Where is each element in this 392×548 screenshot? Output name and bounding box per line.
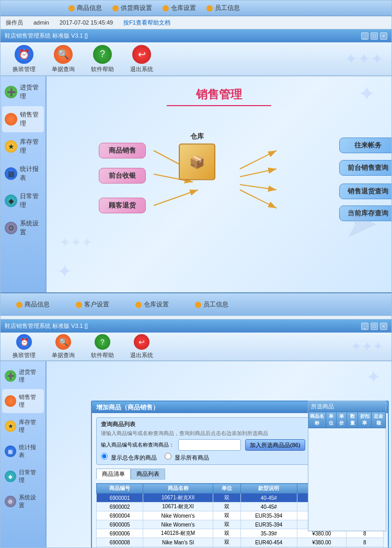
w2-sidebar-inventory[interactable]: ★ 库存管理 bbox=[2, 414, 44, 438]
sales-return-btn[interactable]: 销售退货查询 bbox=[339, 184, 391, 199]
radio-total-label: 显示总仓库的商品 bbox=[111, 454, 157, 461]
daily-label: 日常管理 bbox=[20, 192, 41, 210]
win2-title-bar: 鞋店销售管理系统 标准版 V3.1 [] _ □ × bbox=[1, 319, 391, 333]
table-row[interactable]: 6900009 140123-耐克M 双 35-39# ¥380.00 3 bbox=[97, 547, 384, 548]
top-menu-warehouse[interactable]: 仓库设置 bbox=[163, 4, 196, 13]
help-label: 软件帮助 bbox=[91, 65, 114, 73]
win1-title-bar: 鞋店销售管理系统 标准版 V3.1 [] _ □ × bbox=[1, 29, 391, 42]
cell-name: Nike Women's bbox=[143, 520, 213, 529]
tab-product-catalog[interactable]: 商品列表 bbox=[131, 469, 165, 480]
svg-line-7 bbox=[240, 185, 276, 190]
dot-icon-b1 bbox=[16, 302, 22, 308]
win1-close[interactable]: × bbox=[380, 32, 387, 40]
w2-sidebar-sales[interactable]: 销售管理 bbox=[2, 389, 44, 413]
rh-name: 商品名称 bbox=[309, 412, 326, 428]
sidebar-item-inventory[interactable]: ★ 库存管理 bbox=[2, 133, 44, 159]
top-menu-product[interactable]: 商品信息 bbox=[68, 4, 102, 13]
w2-sidebar-settings[interactable]: ⚙ 系统设置 bbox=[2, 489, 44, 513]
top-menu-staff-label: 员工信息 bbox=[215, 4, 240, 13]
radio-total-warehouse[interactable]: 显示总仓库的商品 bbox=[101, 453, 157, 462]
customer-return-label: 顾客退货 bbox=[109, 201, 136, 210]
toolbar-help-btn[interactable]: ? 软件帮助 bbox=[87, 42, 118, 76]
status-bar-top: 操作员 admin 2017-07-02 15:45:49 按F1查看帮助文档 bbox=[1, 16, 391, 29]
win2-close[interactable]: × bbox=[380, 323, 387, 330]
win2-main: ➕ 进货管理 销售管理 ★ 库存管理 ▦ 统计报表 ◆ 日常管理 ⚙ 系统设置 bbox=[1, 361, 391, 547]
sidebar-item-daily[interactable]: ◆ 日常管理 bbox=[2, 188, 44, 214]
win1-main: ➕ 进货管理 销售管理 ★ 库存管理 ▦ 统计报表 ◆ 日常管理 ⚙ 系统设置 bbox=[1, 76, 391, 292]
w2-inventory-icon: ★ bbox=[5, 420, 16, 432]
cell-unit: 双 bbox=[213, 503, 240, 511]
cell-no: 6900008 bbox=[97, 538, 143, 547]
radio-total-input[interactable] bbox=[101, 453, 108, 460]
cell-unit: 双 bbox=[213, 547, 240, 548]
svg-line-5 bbox=[240, 151, 276, 169]
sidebar-item-report[interactable]: ▦ 统计报表 bbox=[2, 161, 44, 187]
rh-discount: 折扣率 bbox=[358, 412, 372, 428]
win1-maximize[interactable]: □ bbox=[371, 32, 378, 40]
help-text[interactable]: 按F1查看帮助文档 bbox=[123, 19, 170, 27]
w2-sidebar-purchase[interactable]: ➕ 进货管理 bbox=[2, 364, 44, 388]
window-1: 商品信息 供货商设置 仓库设置 员工信息 操作员 admin 2017-07-0… bbox=[0, 0, 392, 319]
product-sales-btn[interactable]: 商品销售 bbox=[99, 143, 146, 158]
win2-shift-btn[interactable]: ⏰ 换班管理 bbox=[8, 332, 40, 362]
w2-sidebar-daily[interactable]: ◆ 日常管理 bbox=[2, 464, 44, 488]
cell-style: 40-45# bbox=[240, 494, 297, 503]
w2-star-deco: ✦✦✦ bbox=[351, 339, 384, 354]
sidebar-item-settings[interactable]: ⚙ 系统设置 bbox=[2, 215, 44, 241]
radio-all-products[interactable]: 显示所有商品 bbox=[165, 453, 209, 462]
bottom-menu-product[interactable]: 商品信息 bbox=[16, 300, 50, 309]
customer-return-btn[interactable]: 顾客退货 bbox=[99, 198, 146, 213]
bottom-menu-staff[interactable]: 员工信息 bbox=[195, 300, 228, 309]
radio-all-input[interactable] bbox=[165, 453, 171, 460]
dot-icon bbox=[112, 5, 119, 12]
win1-title-text: 鞋店销售管理系统 标准版 V3.1 [] bbox=[5, 32, 88, 40]
w2-sidebar-report[interactable]: ▦ 统计报表 bbox=[2, 439, 44, 463]
front-query-btn[interactable]: 前台销售查询 bbox=[339, 160, 391, 176]
operator-label: 操作员 bbox=[6, 19, 23, 27]
table-row[interactable]: 6900008 Nike Man's SI 双 EUR40-454 ¥380.0… bbox=[97, 538, 384, 547]
dot-icon-b2 bbox=[76, 302, 82, 308]
toolbar-exit-btn[interactable]: ↩ 退出系统 bbox=[126, 42, 157, 76]
bottom-menu-customer[interactable]: 客户设置 bbox=[76, 300, 109, 309]
warehouse-icon-box: 📦 bbox=[179, 144, 215, 180]
tab-product-list[interactable]: 商品清单 bbox=[96, 469, 131, 480]
cell-unit: 双 bbox=[213, 494, 240, 503]
toolbar-query-btn[interactable]: 🔍 单据查询 bbox=[48, 42, 79, 76]
dot-icon-b4 bbox=[195, 302, 201, 308]
toolbar-shift-btn[interactable]: ⏰ 换班管理 bbox=[8, 42, 40, 76]
datetime-value: 2017-07-02 15:45:49 bbox=[60, 19, 113, 26]
help-icon: ? bbox=[93, 45, 112, 64]
win2-exit-btn[interactable]: ↩ 退出系统 bbox=[126, 332, 157, 362]
bottom-customer-label: 客户设置 bbox=[84, 300, 109, 309]
col-unit: 单位 bbox=[213, 484, 240, 494]
w2-query-label: 单据查询 bbox=[52, 351, 75, 359]
front-cashier-btn[interactable]: 前台收银 bbox=[99, 168, 146, 184]
sidebar-item-sales[interactable]: 销售管理 bbox=[2, 106, 44, 132]
sidebar-item-purchase[interactable]: ➕ 进货管理 bbox=[2, 79, 44, 105]
rh-unit: 单位 bbox=[326, 412, 336, 428]
svg-line-6 bbox=[240, 169, 276, 177]
top-menu-staff[interactable]: 员工信息 bbox=[206, 4, 240, 13]
w2-inventory-label: 库存管理 bbox=[19, 418, 41, 434]
cell-style: 35-39# bbox=[240, 529, 297, 538]
win2-minimize[interactable]: _ bbox=[361, 323, 368, 330]
win2-query-btn[interactable]: 🔍 单据查询 bbox=[48, 332, 79, 362]
win2-maximize[interactable]: □ bbox=[371, 323, 378, 330]
cell-name: 10671-耐克XII bbox=[143, 494, 213, 503]
top-menu-supplier[interactable]: 供货商设置 bbox=[112, 4, 152, 13]
cell-style: EUR35-394 bbox=[240, 520, 297, 529]
accounts-btn[interactable]: 往来帐务 bbox=[339, 138, 391, 153]
selected-products-panel: 所选商品 商品名称 单位 单价 数量 折扣率 总金额 bbox=[308, 401, 386, 531]
win2-help-btn[interactable]: ? 软件帮助 bbox=[87, 332, 118, 362]
top-menu-product-label: 商品信息 bbox=[77, 4, 102, 13]
search-product-input[interactable] bbox=[178, 439, 241, 451]
add-selected-btn[interactable]: 加入所选商品品(86) bbox=[245, 439, 305, 451]
win1-minimize[interactable]: _ bbox=[361, 32, 368, 40]
warehouse-center: 仓库 📦 bbox=[179, 132, 215, 180]
cell-name: Nike Man's SI bbox=[143, 538, 213, 547]
win1-toolbar: ⏰ 换班管理 🔍 单据查询 ? 软件帮助 ↩ 退出系统 ✦✦✦ bbox=[1, 42, 391, 76]
arrow-deco: ➤ bbox=[343, 199, 378, 247]
tab-group: 商品清单 商品列表 bbox=[96, 469, 165, 480]
bottom-menu-warehouse[interactable]: 仓库设置 bbox=[135, 300, 169, 309]
report-label: 统计报表 bbox=[20, 165, 41, 182]
